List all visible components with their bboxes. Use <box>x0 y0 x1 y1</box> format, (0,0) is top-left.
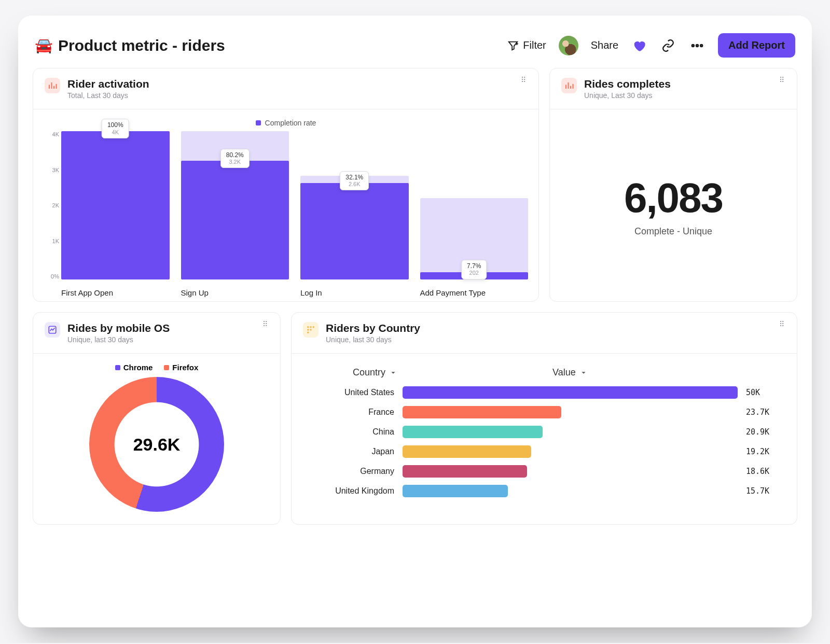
x-axis-label: Add Payment Type <box>420 288 529 297</box>
country-row: France23.7K <box>306 406 782 418</box>
country-bar <box>403 445 531 458</box>
country-row: Germany18.6K <box>306 465 782 478</box>
svg-point-4 <box>307 326 309 328</box>
card-rider-activation: Rider activation Total, Last 30 days ⠿ C… <box>33 68 539 302</box>
bars-icon <box>45 78 60 93</box>
sort-label: Country <box>353 367 385 378</box>
x-axis-label: Sign Up <box>181 288 289 297</box>
favorite-button[interactable] <box>631 37 647 54</box>
bars-icon <box>561 78 577 93</box>
funnel-chart: 4K3K2K1K0% 100%4K80.2%3.2K32.1%2.6K7.7%2… <box>44 131 528 297</box>
trend-icon <box>45 322 60 338</box>
country-row: China20.9K <box>306 426 782 438</box>
country-name: France <box>306 408 394 417</box>
grid-icon <box>303 322 319 338</box>
svg-point-8 <box>310 329 311 330</box>
card-rides-completes: Rides completes Unique, Last 30 days ⠿ 6… <box>549 68 797 302</box>
legend-label: Firefox <box>172 363 198 372</box>
card-title: Rides by mobile OS <box>67 322 170 334</box>
drag-handle-icon[interactable]: ⠿ <box>521 78 527 82</box>
svg-point-5 <box>310 326 311 328</box>
dashboard-window: 🚘 Product metric - riders Filter Share <box>18 16 812 627</box>
copy-link-button[interactable] <box>660 37 676 54</box>
country-name: United Kingdom <box>306 486 394 496</box>
svg-point-0 <box>692 45 694 47</box>
card-riders-by-country: Riders by Country Unique, last 30 days ⠿… <box>291 312 797 525</box>
funnel-bar: 100%4K <box>61 131 170 279</box>
svg-point-9 <box>307 332 309 333</box>
legend-swatch-icon <box>256 120 261 125</box>
x-axis-label: First App Open <box>61 288 170 297</box>
chevron-down-icon <box>390 369 397 376</box>
link-icon <box>661 39 675 52</box>
funnel-bar: 32.1%2.6K <box>300 131 409 279</box>
card-subtitle: Unique, last 30 days <box>326 335 420 344</box>
legend-swatch-icon <box>164 365 169 370</box>
country-bar <box>403 406 561 418</box>
share-button[interactable]: Share <box>591 39 618 51</box>
svg-point-2 <box>700 45 702 47</box>
country-row: Japan19.2K <box>306 445 782 458</box>
funnel-bar: 7.7%202 <box>420 131 529 279</box>
country-value: 20.9K <box>746 427 782 437</box>
country-name: United States <box>306 388 394 397</box>
svg-point-6 <box>313 326 314 328</box>
drag-handle-icon[interactable]: ⠿ <box>779 78 785 82</box>
country-value: 18.6K <box>746 467 782 476</box>
country-name: Japan <box>306 447 394 456</box>
country-row: United States50K <box>306 386 782 399</box>
metric-value: 6,083 <box>624 174 723 222</box>
car-icon: 🚘 <box>35 37 53 54</box>
donut-chart: 29.6K <box>89 377 224 512</box>
heart-icon <box>632 38 646 53</box>
donut-legend: Chrome Firefox <box>44 363 270 372</box>
dashboard-grid: Rider activation Total, Last 30 days ⠿ C… <box>33 68 797 525</box>
country-value: 15.7K <box>746 486 782 496</box>
sort-country-dropdown[interactable]: Country <box>353 367 397 378</box>
legend-label: Completion rate <box>265 119 316 127</box>
svg-point-7 <box>307 329 309 330</box>
country-name: Germany <box>306 467 394 476</box>
drag-handle-icon[interactable]: ⠿ <box>779 322 785 326</box>
chevron-down-icon <box>580 369 587 376</box>
drag-handle-icon[interactable]: ⠿ <box>262 322 269 326</box>
card-title: Riders by Country <box>326 322 420 334</box>
funnel-bar: 80.2%3.2K <box>181 131 289 279</box>
legend-swatch-icon <box>115 365 120 370</box>
sort-value-dropdown[interactable]: Value <box>552 367 587 378</box>
card-subtitle: Unique, Last 30 days <box>584 91 671 100</box>
country-rows: United States50KFrance23.7KChina20.9KJap… <box>306 386 782 497</box>
share-label: Share <box>591 39 618 51</box>
more-icon <box>690 38 704 53</box>
card-title: Rides completes <box>584 78 671 90</box>
country-bar <box>403 386 738 399</box>
card-rides-by-os: Rides by mobile OS Unique, last 30 days … <box>33 312 281 525</box>
legend-label: Chrome <box>123 363 153 372</box>
x-axis-label: Log In <box>300 288 409 297</box>
country-value: 50K <box>746 388 782 397</box>
country-bar <box>403 465 527 478</box>
country-row: United Kingdom15.7K <box>306 485 782 497</box>
country-value: 23.7K <box>746 408 782 417</box>
country-value: 19.2K <box>746 447 782 456</box>
filter-label: Filter <box>523 39 546 51</box>
country-name: China <box>306 427 394 437</box>
more-button[interactable] <box>689 37 706 54</box>
svg-point-1 <box>696 45 698 47</box>
page-title-text: Product metric - riders <box>58 37 225 54</box>
card-subtitle: Total, Last 30 days <box>67 91 149 100</box>
add-report-label: Add Report <box>728 39 785 51</box>
sort-label: Value <box>552 367 576 378</box>
avatar[interactable] <box>559 36 578 55</box>
donut-center-value: 29.6K <box>89 377 224 512</box>
country-bar <box>403 485 508 497</box>
filter-icon <box>507 40 519 51</box>
card-title: Rider activation <box>67 78 149 90</box>
country-bar <box>403 426 543 438</box>
metric-label: Complete - Unique <box>634 226 712 237</box>
card-subtitle: Unique, last 30 days <box>67 335 170 344</box>
page-title: 🚘 Product metric - riders <box>35 37 225 54</box>
add-report-button[interactable]: Add Report <box>718 33 795 58</box>
page-header: 🚘 Product metric - riders Filter Share <box>35 33 795 58</box>
filter-button[interactable]: Filter <box>507 39 546 51</box>
